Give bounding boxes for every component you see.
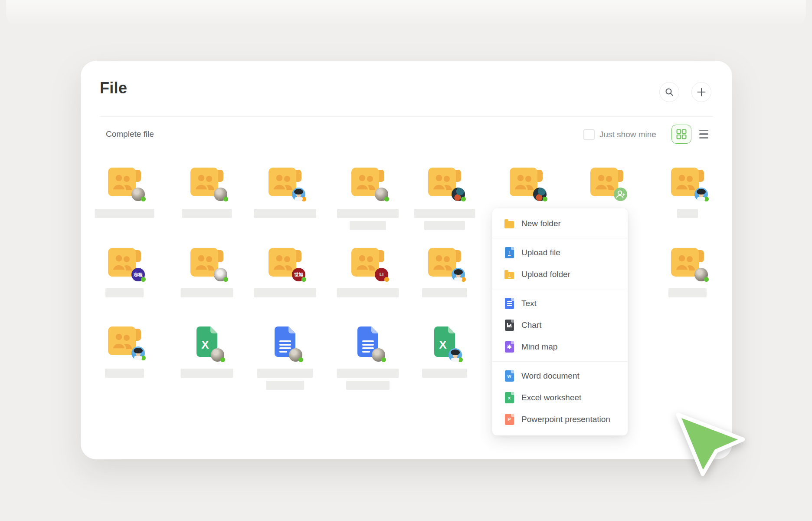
presence-dot [543,197,547,201]
owner-avatar [131,188,145,201]
menu-item-label: Upload folder [521,270,570,279]
avatar-initials: LI [380,272,383,277]
file-name-placeholder [105,369,144,378]
owner-avatar [694,188,708,201]
file-item-icon-wrap: X [566,168,648,198]
presence-dot [384,197,389,201]
menu-item-label: Powerpoint presentation [521,415,610,424]
file-name-placeholder-line2 [346,381,390,390]
file-name-placeholder [254,288,316,297]
file-item-icon-wrap: X [166,326,248,357]
owner-avatar [533,188,547,201]
file-name-placeholder [105,288,144,297]
file-name-placeholder [181,288,233,297]
file-item[interactable]: X [84,168,165,198]
file-item-icon-wrap: X [84,326,165,357]
file-item[interactable]: X [566,168,648,198]
menu-item-chart[interactable]: Chart [492,314,628,336]
menu-item-excel[interactable]: x Excel worksheet [492,387,628,409]
context-menu-group: w Word document x Excel worksheet P Powe… [492,362,628,434]
file-item[interactable]: X [404,168,485,198]
owner-avatar [452,188,465,201]
file-item[interactable]: X LI [327,248,409,278]
file-item[interactable]: X [166,326,248,357]
avatar-initials: 志程 [134,272,143,277]
file-item-icon-wrap: X [647,168,728,198]
file-item-icon-wrap: X 世旭 [244,248,326,278]
presence-dot [223,277,228,282]
file-item[interactable]: X [485,168,567,198]
owner-avatar [449,348,462,362]
menu-item-upload-folder[interactable]: ↑ Upload folder [492,264,628,285]
presence-dot [141,197,146,201]
file-name-placeholder [182,209,232,218]
presence-dot [384,277,389,282]
file-manager-card: File Complete file Just show mine [81,61,732,459]
file-item-icon-wrap: X 志程 [84,248,165,278]
menu-item-label: Chart [521,320,541,330]
file-name-placeholder [257,369,313,378]
menu-item-text[interactable]: Text [492,293,628,314]
file-item[interactable]: X 世旭 [244,248,326,278]
file-item[interactable]: X [647,168,728,198]
menu-item-label: Mind map [521,342,557,352]
file-item-icon-wrap: X [244,326,326,357]
file-name-placeholder [337,369,399,378]
file-item[interactable]: X [404,326,485,357]
presence-dot [298,357,303,362]
menu-item-mind-map[interactable]: ✱ Mind map [492,336,628,358]
menu-item-upload-file[interactable]: ↑ Upload file [492,242,628,264]
presence-dot [223,197,228,201]
file-item-icon-wrap: X [84,168,165,198]
owner-avatar: LI [375,268,388,281]
file-item-icon-wrap: X [404,326,485,357]
file-item[interactable]: X [327,326,409,357]
create-context-menu: New folder ↑ Upload file ↑ Upload folder… [492,208,628,435]
file-item[interactable]: X [327,168,409,198]
menu-item-label: Text [521,299,537,308]
owner-avatar: 志程 [131,268,145,281]
file-item[interactable]: X [84,326,165,357]
presence-dot [381,357,386,362]
file-item[interactable]: X [647,248,728,278]
file-name-placeholder [337,288,399,297]
menu-item-label: Word document [521,371,580,381]
file-item[interactable]: X 志程 [84,248,165,278]
owner-avatar [211,348,224,362]
menu-item-ppt[interactable]: P Powerpoint presentation [492,409,628,430]
file-name-placeholder-line2 [424,221,465,230]
file-name-placeholder [422,288,467,297]
upload-file-blue-icon: ↑ [504,247,514,259]
chart-doc-dark-icon [504,320,514,331]
file-item[interactable]: X [166,168,248,198]
background-top-band [6,0,806,26]
file-item-icon-wrap: X [404,168,485,198]
file-item-icon-wrap: X [166,168,248,198]
file-item-icon-wrap: X [166,248,248,278]
menu-item-label: Upload file [521,248,560,257]
menu-item-label: Excel worksheet [521,393,581,402]
presence-dot [461,277,466,282]
upload-folder-yellow-icon: ↑ [504,269,514,280]
file-grid: X [81,61,732,459]
presence-dot [704,197,709,201]
context-menu-group: Text Chart ✱ Mind map [492,289,628,361]
menu-item-word[interactable]: w Word document [492,365,628,387]
file-item[interactable]: X [244,168,326,198]
context-menu-group: New folder [492,209,628,238]
file-item[interactable]: X [166,248,248,278]
file-name-placeholder [181,369,233,378]
text-doc-blue-icon [504,298,514,310]
powerpoint-icon: P [504,414,514,425]
owner-avatar [289,348,302,362]
menu-item-new-folder[interactable]: New folder [492,213,628,234]
menu-item-label: New folder [521,219,561,228]
file-item-icon-wrap: X [404,248,485,278]
file-item[interactable]: X [244,326,326,357]
owner-avatar [214,188,227,201]
presence-dot [301,197,306,201]
file-name-placeholder [254,209,316,218]
file-item[interactable]: X [404,248,485,278]
file-name-placeholder [668,288,707,297]
file-item-icon-wrap: X [485,168,567,198]
